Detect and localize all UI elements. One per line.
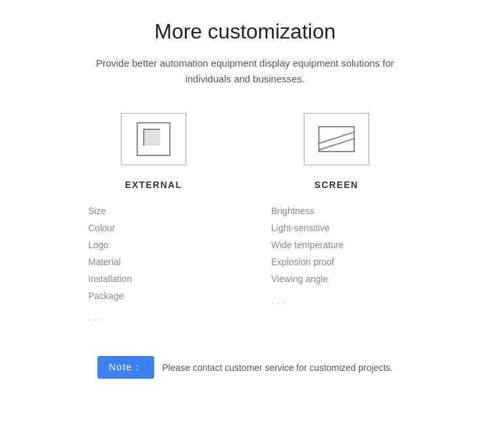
external-column-title: EXTERNAL [125,180,182,190]
external-icon [137,122,171,156]
screen-column-title: SCREEN [314,180,358,190]
list-item: Brightness [271,204,402,217]
list-item: Wide temperature [271,238,402,251]
list-item: Logo [88,238,219,251]
screen-column: SCREEN Brightness Light-sensitive Wide t… [271,113,402,323]
list-item: Light-sensitive [271,221,402,234]
list-item: Package [88,289,219,302]
list-item: Size [88,204,219,217]
external-column: EXTERNAL Size Colour Logo Material Insta… [88,113,219,323]
page-subtitle: Provide better automation equipment disp… [88,56,402,87]
list-item: Installation [88,272,219,285]
page-title: More customization [154,20,335,44]
list-item: Explosion proof [271,255,402,268]
screen-list: Brightness Light-sensitive Wide temperat… [271,204,402,285]
screen-dots: ... [271,295,287,306]
screen-icon [318,126,355,152]
list-item: Colour [88,221,219,234]
external-list: Size Colour Logo Material Installation P… [88,204,219,302]
screen-line1 [318,129,355,145]
note-label: Note： [97,356,155,379]
external-icon-inner [143,129,160,146]
list-item: Material [88,255,219,268]
external-icon-box [121,113,186,165]
list-item: Viewing angle [271,272,402,285]
columns-wrapper: EXTERNAL Size Colour Logo Material Insta… [13,113,477,323]
external-dots: ... [88,312,105,323]
note-bar: Note： Please contact customer service fo… [97,356,393,379]
screen-icon-box [304,113,369,165]
note-text: Please contact customer service for cust… [162,362,393,373]
